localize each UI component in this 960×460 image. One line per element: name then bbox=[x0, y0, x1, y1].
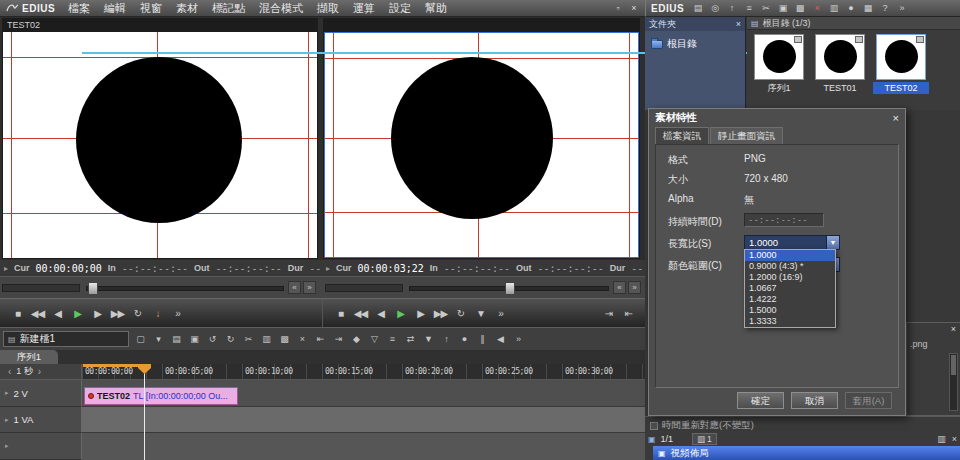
aspect-option[interactable]: 1.0667 bbox=[745, 283, 835, 294]
shuttle-right-icon[interactable]: » bbox=[303, 281, 316, 294]
prev-frame-button[interactable]: ◀ bbox=[48, 304, 67, 322]
playhead-line[interactable] bbox=[144, 364, 145, 460]
tree-view-icon[interactable]: ≡ bbox=[741, 1, 757, 15]
tab-still-image-info[interactable]: 靜止畫面資訊 bbox=[710, 127, 783, 144]
play-button[interactable]: ▶ bbox=[391, 304, 410, 322]
copy-icon[interactable]: ▥ bbox=[258, 331, 275, 348]
close-icon[interactable]: × bbox=[736, 19, 741, 29]
folder-panel-tab[interactable]: 文件夾 × bbox=[645, 17, 745, 31]
capture-icon[interactable]: ● bbox=[843, 1, 859, 15]
minimize-icon[interactable]: ▫ bbox=[612, 3, 624, 13]
track-header-1 VA[interactable]: ▸1 VA bbox=[0, 407, 82, 433]
project-title-box[interactable]: ▤ 新建檔1 bbox=[3, 331, 129, 347]
add-marker-icon[interactable]: ▽ bbox=[366, 331, 383, 348]
player-jog-strip[interactable] bbox=[2, 284, 80, 292]
bin-asset-序列1[interactable]: 序列1 bbox=[751, 34, 807, 94]
scrollbar-thumb[interactable] bbox=[951, 355, 956, 375]
palette-scrollbar[interactable] bbox=[949, 353, 958, 411]
cancel-button[interactable]: 取消 bbox=[791, 392, 838, 409]
timeline-clip-test02[interactable]: TEST02 TL [In:00:00:00;00 Ou... bbox=[84, 387, 238, 405]
mixdown-icon[interactable]: ▼ bbox=[420, 331, 437, 348]
aspect-option[interactable]: 1.3333 bbox=[745, 316, 835, 327]
stop-button[interactable]: ■ bbox=[331, 304, 350, 322]
aspect-ratio-combobox[interactable]: 1.0000 ▼ bbox=[744, 235, 840, 250]
menubar-item[interactable]: 標記點 bbox=[205, 1, 252, 16]
effect-checkbox-icon[interactable] bbox=[650, 422, 658, 430]
bin-asset-TEST01[interactable]: TEST01 bbox=[812, 34, 868, 94]
menubar-item[interactable]: 設定 bbox=[382, 1, 418, 16]
track-expand-icon[interactable]: ▸ bbox=[5, 442, 9, 450]
recorder-position-handle[interactable] bbox=[505, 282, 515, 295]
shuttle-left-icon[interactable]: « bbox=[288, 281, 301, 294]
track-header-row2[interactable]: ▸ bbox=[0, 433, 82, 460]
menubar-item[interactable]: 素材 bbox=[169, 1, 205, 16]
more-chevron-icon[interactable]: » bbox=[168, 304, 187, 322]
menubar-item[interactable]: 檔案 bbox=[61, 1, 97, 16]
track-expand-icon[interactable]: ▸ bbox=[5, 389, 9, 397]
close-icon[interactable]: × bbox=[952, 434, 957, 444]
mute-icon[interactable]: ∥ bbox=[474, 331, 491, 348]
recorder-position-track[interactable] bbox=[409, 286, 609, 291]
shuttle-right-icon[interactable]: » bbox=[628, 281, 641, 294]
dialog-titlebar[interactable]: 素材特性 × bbox=[649, 109, 905, 127]
set-out-icon[interactable]: ⇥ bbox=[330, 331, 347, 348]
trim-out-button[interactable]: ⇤ bbox=[619, 304, 638, 322]
bin-asset-TEST02[interactable]: TEST02 bbox=[873, 34, 929, 94]
mode-icon[interactable]: ≡ bbox=[384, 331, 401, 348]
toolbar-overflow-icon[interactable]: » bbox=[510, 331, 527, 348]
toolbar-overflow-icon[interactable]: » bbox=[894, 1, 910, 15]
aspect-option[interactable]: 1.5000 bbox=[745, 305, 835, 316]
redo-icon[interactable]: ↻ bbox=[222, 331, 239, 348]
save-icon[interactable]: ▣ bbox=[186, 331, 203, 348]
copy-icon[interactable]: ▣ bbox=[775, 1, 791, 15]
dock-icon[interactable]: ▥ bbox=[937, 434, 946, 444]
asset-thumbnail[interactable] bbox=[815, 34, 865, 80]
aspect-option[interactable]: 1.0000 bbox=[745, 250, 835, 261]
page-tab-1[interactable]: ▥ 1 bbox=[692, 433, 717, 445]
rewind-button[interactable]: ◀◀ bbox=[351, 304, 370, 322]
zoom-out-icon[interactable]: ‹ bbox=[8, 366, 11, 377]
search-icon[interactable]: ◎ bbox=[707, 1, 723, 15]
close-icon[interactable]: × bbox=[951, 324, 956, 334]
player-position-track[interactable] bbox=[86, 286, 284, 291]
next-frame-button[interactable]: ▶ bbox=[88, 304, 107, 322]
cut-icon[interactable]: ✂ bbox=[758, 1, 774, 15]
export-icon[interactable]: ↑ bbox=[438, 331, 455, 348]
paste-icon[interactable]: ▩ bbox=[276, 331, 293, 348]
player-position-handle[interactable] bbox=[88, 282, 98, 295]
player-clip-tab[interactable]: TEST02 bbox=[2, 18, 318, 32]
new-dropdown-icon[interactable]: ▾ bbox=[150, 331, 167, 348]
prev-frame-button[interactable]: ◀ bbox=[371, 304, 390, 322]
sync-mode-icon[interactable]: ⇄ bbox=[402, 331, 419, 348]
close-icon[interactable]: × bbox=[628, 3, 640, 13]
timeline-ruler[interactable]: 00:00:00;0000:00:05;0000:00:10;0000:00:1… bbox=[82, 364, 645, 380]
capture-icon[interactable]: ● bbox=[456, 331, 473, 348]
up-folder-icon[interactable]: ↑ bbox=[724, 1, 740, 15]
fast-forward-button[interactable]: ▶▶ bbox=[108, 304, 127, 322]
aspect-option[interactable]: 1.4222 bbox=[745, 294, 835, 305]
delete-icon[interactable]: × bbox=[809, 1, 825, 15]
track-header-2 V[interactable]: ▸2 V bbox=[0, 380, 82, 407]
fast-forward-button[interactable]: ▶▶ bbox=[431, 304, 450, 322]
more-chevron-icon[interactable]: » bbox=[491, 304, 510, 322]
zoom-in-icon[interactable]: › bbox=[38, 366, 41, 377]
loop-button[interactable]: ↻ bbox=[451, 304, 470, 322]
aspect-option[interactable]: 0.9000 (4:3) * bbox=[745, 261, 835, 272]
tab-file-info[interactable]: 檔案資訊 bbox=[655, 127, 709, 144]
folder-icon[interactable]: ▤ bbox=[690, 1, 706, 15]
next-frame-button[interactable]: ▶ bbox=[411, 304, 430, 322]
effect-row-video-layout[interactable]: ▣ 視頻佈局 bbox=[653, 446, 960, 460]
add-transition-icon[interactable]: ◆ bbox=[348, 331, 365, 348]
recorder-jog-strip[interactable] bbox=[325, 284, 403, 292]
stop-button[interactable]: ■ bbox=[8, 304, 27, 322]
ripple-delete-icon[interactable]: × bbox=[294, 331, 311, 348]
menubar-item[interactable]: 編輯 bbox=[97, 1, 133, 16]
rewind-button[interactable]: ◀◀ bbox=[28, 304, 47, 322]
undo-icon[interactable]: ↺ bbox=[204, 331, 221, 348]
tab-sequence-1[interactable]: 序列1 bbox=[0, 350, 58, 364]
menubar-item[interactable]: 幫助 bbox=[418, 1, 454, 16]
new-sequence-icon[interactable]: ▢ bbox=[132, 331, 149, 348]
export-button[interactable]: ▼ bbox=[471, 304, 490, 322]
track-lane-va[interactable] bbox=[82, 407, 645, 433]
folder-tree-item-root[interactable]: 根目錄 bbox=[651, 37, 745, 51]
